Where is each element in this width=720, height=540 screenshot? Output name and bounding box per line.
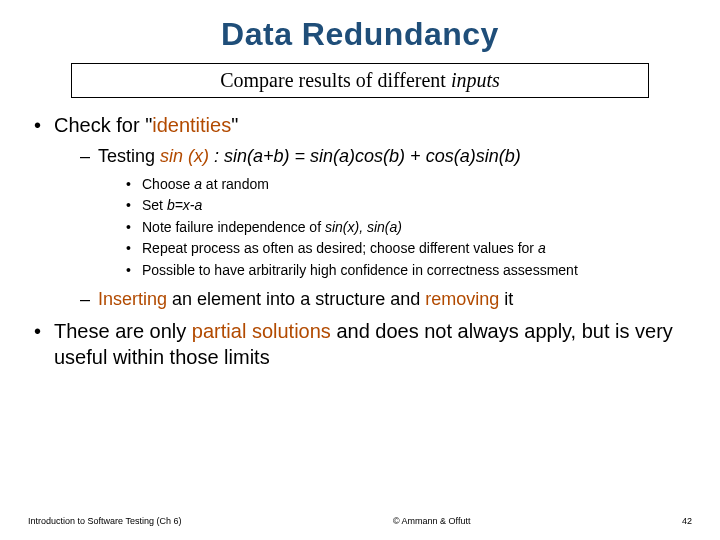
partial-term: partial solutions	[192, 320, 331, 342]
footer: Introduction to Software Testing (Ch 6) …	[28, 516, 692, 526]
insrem-mid: an element into a structure and	[167, 289, 425, 309]
bullet-list-l3: Choose a at random Set b=x-a Note failur…	[126, 175, 692, 280]
testing-pre: Testing	[98, 146, 160, 166]
l3-repeat-a: a	[538, 240, 546, 256]
footer-left: Introduction to Software Testing (Ch 6)	[28, 516, 181, 526]
identities-pre: Check for "	[54, 114, 152, 136]
testing-post: : sin(a+b) = sin(a)cos(b) + cos(a)sin(b)	[209, 146, 521, 166]
content: Check for "identities" Testing sin (x) :…	[28, 112, 692, 371]
bullet-list-l2a: Testing sin (x) : sin(a+b) = sin(a)cos(b…	[80, 145, 692, 312]
l3-set-bx: b=x-a	[167, 197, 202, 213]
bullet-partial: These are only partial solutions and doe…	[34, 318, 692, 371]
removing-term: removing	[425, 289, 499, 309]
bullet-identities: Check for "identities" Testing sin (x) :…	[34, 112, 692, 312]
partial-pre: These are only	[54, 320, 192, 342]
l3-choose-a: a	[194, 176, 202, 192]
subtitle-inputs: inputs	[451, 69, 500, 91]
l3-repeat-pre: Repeat process as often as desired; choo…	[142, 240, 538, 256]
l3-set-pre: Set	[142, 197, 167, 213]
bullet-testing: Testing sin (x) : sin(a+b) = sin(a)cos(b…	[80, 145, 692, 280]
footer-center: © Ammann & Offutt	[393, 516, 471, 526]
inserting-term: Inserting	[98, 289, 167, 309]
l3-note-pre: Note failure independence of	[142, 219, 325, 235]
slide: Data Redundancy Compare results of diffe…	[0, 0, 720, 540]
slide-title: Data Redundancy	[28, 16, 692, 53]
l3-repeat: Repeat process as often as desired; choo…	[126, 239, 692, 258]
testing-sin: sin (x)	[160, 146, 209, 166]
bullet-list-l1: Check for "identities" Testing sin (x) :…	[34, 112, 692, 371]
identities-term: identities	[152, 114, 231, 136]
l3-note-sx: sin(x), sin(a)	[325, 219, 402, 235]
l3-choose-post: at random	[202, 176, 269, 192]
bullet-insert-remove: Inserting an element into a structure an…	[80, 288, 692, 312]
footer-right: 42	[682, 516, 692, 526]
l3-choose-pre: Choose	[142, 176, 194, 192]
l3-possible: Possible to have arbitrarily high confid…	[126, 261, 692, 280]
identities-post: "	[231, 114, 238, 136]
subtitle-pre: Compare results of different	[220, 69, 451, 91]
insrem-post: it	[499, 289, 513, 309]
subtitle-box: Compare results of different inputs	[71, 63, 649, 98]
l3-note: Note failure independence of sin(x), sin…	[126, 218, 692, 237]
l3-set: Set b=x-a	[126, 196, 692, 215]
l3-choose: Choose a at random	[126, 175, 692, 194]
